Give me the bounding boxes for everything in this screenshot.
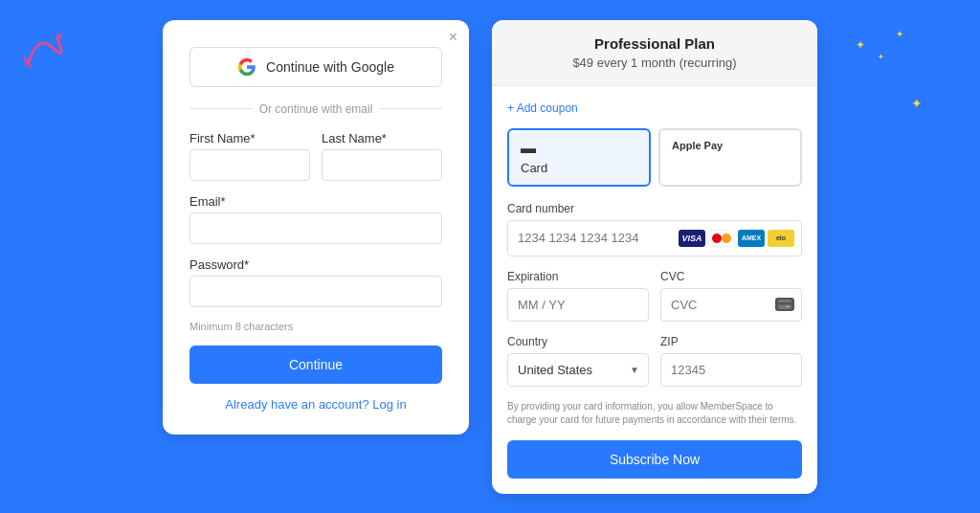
email-group: Email* [189, 194, 442, 244]
password-hint: Minimum 8 characters [189, 321, 442, 332]
expiration-group: Expiration [507, 270, 649, 322]
card-number-group: Card number VISA AMEX elo [507, 202, 802, 256]
svg-point-0 [56, 33, 62, 39]
expiration-label: Expiration [507, 270, 649, 283]
last-name-group: Last Name* [322, 131, 442, 181]
svg-point-1 [25, 62, 30, 67]
country-select-wrapper: United States Canada United Kingdom Aust… [507, 353, 649, 387]
plan-name: Professional Plan [507, 35, 802, 52]
payment-methods: ▬ Card Apple Pay [507, 128, 802, 187]
svg-rect-5 [786, 306, 790, 308]
expiration-input[interactable] [507, 288, 649, 322]
google-btn-label: Continue with Google [266, 59, 394, 75]
password-group: Password* [189, 257, 442, 307]
card-method-button[interactable]: ▬ Card [507, 128, 651, 187]
country-zip-row: Country United States Canada United King… [507, 335, 802, 387]
login-link[interactable]: Already have an account? Log in [225, 397, 406, 412]
divider-line-right [380, 108, 442, 109]
svg-rect-4 [778, 302, 791, 305]
applepay-method-button[interactable]: Apple Pay [658, 128, 802, 187]
divider-text: Or continue with email [259, 102, 373, 116]
deco-star-3: ✦ [896, 29, 903, 39]
country-label: Country [507, 335, 649, 348]
card-number-wrapper: VISA AMEX elo [507, 220, 802, 256]
cvc-wrapper [660, 288, 802, 322]
payment-card: Professional Plan $49 every 1 month (rec… [492, 20, 817, 494]
first-name-group: First Name* [189, 131, 310, 181]
name-row: First Name* Last Name* [189, 131, 442, 181]
main-container: × Continue with Google Or continue with … [163, 20, 817, 494]
card-logos: VISA AMEX elo [679, 230, 794, 247]
close-button[interactable]: × [449, 30, 457, 45]
terms-text: By providing your card information, you … [507, 400, 802, 427]
visa-logo: VISA [679, 230, 705, 247]
first-name-input[interactable] [189, 149, 310, 181]
deco-star-2: ✦ [878, 53, 884, 61]
last-name-label: Last Name* [322, 131, 442, 145]
zip-label: ZIP [660, 335, 802, 348]
login-link-container: Already have an account? Log in [189, 397, 442, 412]
continue-button[interactable]: Continue [189, 346, 442, 384]
email-label: Email* [189, 194, 442, 209]
card-method-icon: ▬ [521, 140, 536, 157]
google-icon [237, 57, 256, 77]
last-name-input[interactable] [322, 149, 442, 181]
elo-logo: elo [768, 230, 794, 247]
password-label: Password* [189, 257, 442, 272]
card-number-label: Card number [507, 202, 802, 215]
add-coupon-link[interactable]: + Add coupon [507, 101, 802, 115]
first-name-label: First Name* [189, 131, 310, 145]
divider: Or continue with email [189, 102, 442, 116]
subscribe-button[interactable]: Subscribe Now [507, 440, 802, 479]
payment-body: + Add coupon ▬ Card Apple Pay Card numbe… [492, 86, 817, 494]
deco-star-1: ✦ [856, 38, 865, 52]
card-number-input[interactable] [518, 231, 679, 245]
cvc-card-icon [775, 298, 794, 311]
zip-input[interactable] [660, 353, 802, 387]
password-input[interactable] [189, 276, 442, 307]
svg-line-2 [24, 57, 31, 67]
deco-star-7: ✦ [911, 96, 923, 111]
amex-logo: AMEX [738, 230, 765, 247]
country-group: Country United States Canada United King… [507, 335, 649, 387]
mastercard-logo [708, 230, 735, 247]
plan-header: Professional Plan $49 every 1 month (rec… [492, 20, 817, 86]
email-input[interactable] [189, 212, 442, 244]
applepay-method-icon: Apple Pay [672, 140, 723, 151]
zip-group: ZIP [660, 335, 802, 387]
google-signin-button[interactable]: Continue with Google [189, 47, 442, 87]
cvc-group: CVC [660, 270, 802, 322]
exp-cvc-row: Expiration CVC [507, 270, 802, 322]
plan-price: $49 every 1 month (recurring) [507, 56, 802, 70]
country-select[interactable]: United States Canada United Kingdom Aust… [507, 353, 649, 387]
cvc-label: CVC [660, 270, 802, 283]
signup-card: × Continue with Google Or continue with … [163, 20, 469, 435]
card-method-label: Card [521, 161, 547, 175]
divider-line-left [189, 108, 252, 109]
